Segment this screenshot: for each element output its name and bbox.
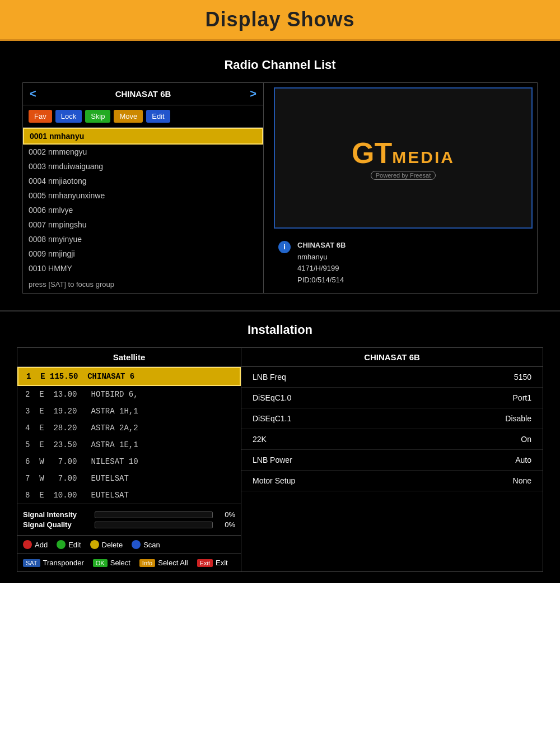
channel-item[interactable]: 0005 nmhanyunxinwe	[23, 188, 263, 203]
logo-sub: Powered by Freesat	[371, 171, 436, 180]
channel-item[interactable]: 0006 nmlvye	[23, 203, 263, 217]
action-row: Add Edit Delete Scan	[17, 535, 241, 554]
btn-edit[interactable]: Edit	[146, 110, 170, 123]
dot-yellow	[90, 540, 99, 549]
dot-green	[57, 540, 66, 549]
badge-selectall[interactable]: Info Select All	[139, 559, 188, 567]
press-hint: press [SAT] to focus group	[23, 276, 263, 293]
channel-list: 0001 nmhanyu 0002 nmmengyu 0003 nmduiwai…	[23, 128, 263, 276]
config-row-diseqc11: DiSEqC1.1 Disable	[241, 408, 543, 429]
btn-fav[interactable]: Fav	[29, 110, 52, 123]
config-key: Motor Setup	[253, 476, 295, 485]
config-key: LNB Freq	[253, 373, 286, 382]
sat-item[interactable]: 2 E 13.00 HOTBIRD 6,	[17, 386, 241, 403]
signal-section: Signal Intensity 0% Signal Quality 0%	[17, 504, 241, 535]
satellite-panel: Satellite 1 E 115.50 CHINASAT 6 2 E 13.0…	[17, 348, 241, 571]
signal-quality-pct: 0%	[217, 520, 235, 529]
channel-preview-panel: GT MEDIA Powered by Freesat i CHINASAT 6…	[269, 83, 537, 293]
channel-item[interactable]: 0008 nmyinyue	[23, 232, 263, 247]
badge-exit[interactable]: Exit Exit	[197, 559, 228, 567]
config-header: CHINASAT 6B	[241, 348, 543, 367]
gtmedia-logo: GT MEDIA Powered by Freesat	[352, 136, 455, 180]
signal-quality-row: Signal Quality 0%	[23, 520, 235, 529]
info-satellite: CHINASAT 6B	[297, 240, 346, 252]
badge-row: SAT Transponder OK Select Info Select Al…	[17, 554, 241, 571]
badge-info: Info	[139, 559, 155, 567]
action-edit-label: Edit	[68, 541, 81, 549]
config-val: On	[521, 435, 531, 444]
badge-transponder[interactable]: SAT Transponder	[23, 559, 84, 567]
channel-item[interactable]: 0009 nmjingji	[23, 247, 263, 261]
channel-nav: < CHINASAT 6B >	[23, 83, 263, 105]
info-icon: i	[278, 241, 291, 253]
sat-item[interactable]: 8 E 10.00 EUTELSAT	[17, 487, 241, 504]
btn-move[interactable]: Move	[114, 110, 143, 123]
panel1-radio-channel: Radio Channel List < CHINASAT 6B > Fav L…	[0, 41, 560, 311]
satellite-name: CHINASAT 6B	[115, 89, 171, 99]
dot-red	[23, 540, 32, 549]
header-bar: Display Shows	[0, 0, 560, 41]
panel1-title: Radio Channel List	[22, 58, 538, 72]
sat-item[interactable]: 4 E 28.20 ASTRA 2A,2	[17, 420, 241, 436]
preview-box: GT MEDIA Powered by Freesat	[274, 87, 533, 229]
info-frequency: 4171/H/9199	[297, 263, 346, 275]
signal-quality-bar	[95, 522, 213, 528]
config-row-lnb-freq: LNB Freq 5150	[241, 367, 543, 388]
action-delete-label: Delete	[102, 541, 123, 549]
signal-intensity-row: Signal Intensity 0%	[23, 510, 235, 519]
channel-item[interactable]: 0003 nmduiwaiguang	[23, 159, 263, 174]
signal-intensity-pct: 0%	[217, 510, 235, 519]
logo-gt: GT	[352, 136, 392, 170]
sat-item[interactable]: 7 W 7.00 EUTELSAT	[17, 470, 241, 487]
badge-ok: OK	[93, 559, 108, 567]
page-title: Display Shows	[0, 8, 560, 31]
config-key: LNB Power	[253, 455, 292, 464]
config-row-lnb-power: LNB Power Auto	[241, 450, 543, 471]
action-delete[interactable]: Delete	[90, 540, 123, 549]
channel-item[interactable]: 0004 nmjiaotong	[23, 174, 263, 188]
channel-item[interactable]: 0010 HMMY	[23, 261, 263, 276]
config-val: Auto	[515, 455, 531, 464]
badge-exit-label: Exit	[216, 559, 228, 567]
action-scan[interactable]: Scan	[132, 540, 160, 549]
sat-item[interactable]: 6 W 7.00 NILESAT 10	[17, 453, 241, 470]
dot-blue	[132, 540, 141, 549]
badge-select[interactable]: OK Select	[93, 559, 130, 567]
channel-info: i CHINASAT 6B nmhanyu 4171/H/9199 PID:0/…	[269, 233, 537, 293]
sat-item[interactable]: 3 E 19.20 ASTRA 1H,1	[17, 403, 241, 420]
channel-btn-row: Fav Lock Skip Move Edit	[23, 105, 263, 128]
badge-transponder-label: Transponder	[43, 559, 84, 567]
info-channel: nmhanyu	[297, 252, 346, 263]
badge-selectall-label: Select All	[158, 559, 188, 567]
config-key: DiSEqC1.1	[253, 414, 291, 423]
channel-item[interactable]: 0001 nmhanyu	[23, 128, 263, 145]
satellite-header: Satellite	[17, 348, 241, 367]
info-details: CHINASAT 6B nmhanyu 4171/H/9199 PID:0/51…	[297, 240, 346, 286]
panel2-inner: Satellite 1 E 115.50 CHINASAT 6 2 E 13.0…	[17, 347, 543, 572]
badge-exit: Exit	[197, 559, 213, 567]
signal-quality-label: Signal Quality	[23, 520, 90, 529]
channel-item[interactable]: 0002 nmmengyu	[23, 145, 263, 159]
btn-skip[interactable]: Skip	[85, 110, 110, 123]
panel2-installation: Installation Satellite 1 E 115.50 CHINAS…	[0, 311, 560, 583]
sat-item[interactable]: 5 E 23.50 ASTRA 1E,1	[17, 436, 241, 453]
config-row-diseqc10: DiSEqC1.0 Port1	[241, 388, 543, 408]
config-key: DiSEqC1.0	[253, 393, 291, 402]
config-panel: CHINASAT 6B LNB Freq 5150 DiSEqC1.0 Port…	[241, 348, 543, 571]
channel-item[interactable]: 0007 nmpingshu	[23, 217, 263, 232]
panel1-inner: < CHINASAT 6B > Fav Lock Skip Move Edit …	[22, 82, 538, 294]
nav-left-arrow[interactable]: <	[30, 87, 36, 100]
panel2-title: Installation	[17, 323, 543, 337]
action-add[interactable]: Add	[23, 540, 48, 549]
badge-select-label: Select	[110, 559, 130, 567]
btn-lock[interactable]: Lock	[55, 110, 82, 123]
action-edit[interactable]: Edit	[57, 540, 81, 549]
badge-sat: SAT	[23, 559, 40, 567]
nav-right-arrow[interactable]: >	[250, 87, 256, 100]
info-pid: PID:0/514/514	[297, 275, 346, 286]
channel-list-panel: < CHINASAT 6B > Fav Lock Skip Move Edit …	[23, 83, 264, 293]
action-scan-label: Scan	[143, 541, 160, 549]
config-val: Disable	[505, 414, 531, 423]
sat-item[interactable]: 1 E 115.50 CHINASAT 6	[17, 367, 241, 386]
config-key: 22K	[253, 435, 267, 444]
